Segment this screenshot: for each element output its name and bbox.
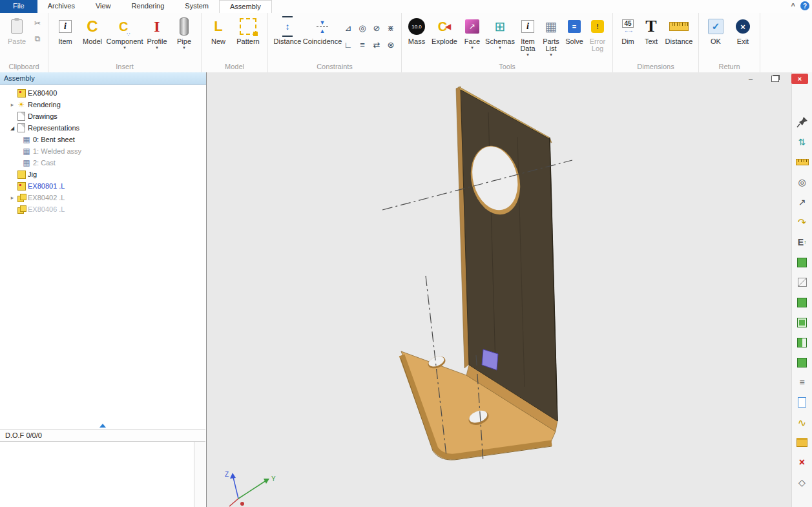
perpendicular-constraint-icon[interactable]: ∟ [341, 36, 355, 53]
tab-view[interactable]: View [85, 0, 121, 13]
profile-caret-icon[interactable]: ▾ [156, 45, 158, 50]
pipe-button[interactable]: Pipe ▾ [171, 15, 197, 50]
tab-system[interactable]: System [174, 0, 219, 13]
equal-constraint-icon[interactable]: ⇄ [370, 36, 384, 53]
ribbon-tab-bar: File Archives View Rendering System Asse… [0, 0, 812, 14]
maximize-button[interactable] [767, 74, 784, 84]
tree-item-welded-assy[interactable]: ▦ 1: Welded assy [0, 145, 206, 157]
component-button[interactable]: C∵ Component ▾ [107, 15, 143, 50]
face-icon: ↗ [465, 19, 479, 34]
drawer-icon[interactable] [795, 435, 809, 450]
tree-item-cast[interactable]: ▦ 2: Cast [0, 157, 206, 169]
tree-item-drawings[interactable]: Drawings [0, 110, 206, 122]
coincidence-button[interactable]: ▼▲ Coincidence [304, 15, 340, 45]
curve-arrow-icon[interactable]: ↷ [795, 215, 809, 229]
group-label-tools: Tools [405, 62, 609, 72]
help-icon[interactable]: ? [800, 1, 809, 10]
collapse-arrow-icon[interactable]: ◢ [8, 125, 17, 131]
expand-arrow-icon[interactable]: ▸ [8, 194, 17, 201]
schemas-caret-icon[interactable]: ▾ [499, 45, 501, 50]
parts-list-icon: ▦ [545, 19, 557, 34]
tab-assembly[interactable]: Assembly [219, 0, 272, 14]
tab-file[interactable]: File [0, 0, 37, 13]
collapse-ribbon-icon[interactable]: ^ [791, 2, 795, 10]
snap-circle-icon[interactable]: ◎ [795, 175, 809, 189]
maximize-icon [771, 76, 779, 82]
tree-item-ex80801[interactable]: EX80801 .L [0, 180, 206, 192]
tree-item-bent-sheet[interactable]: ▦ 0: Bent sheet [0, 134, 206, 145]
export-icon[interactable]: E↑ [795, 235, 809, 249]
delete-red-icon[interactable]: × [795, 455, 809, 470]
document-copy-icon[interactable] [795, 395, 809, 409]
section-view-icon[interactable] [795, 335, 809, 349]
close-button[interactable]: × [791, 74, 808, 84]
solve-button[interactable]: = Solve [563, 15, 585, 45]
item-data-caret-icon[interactable]: ▾ [526, 52, 529, 57]
bracket-model[interactable] [401, 87, 557, 460]
cut-icon[interactable]: ✂ [32, 18, 43, 28]
tree-item-representations[interactable]: ◢ Representations [0, 122, 206, 134]
new-button[interactable]: L New [205, 15, 231, 45]
face-button[interactable]: ↗ Face ▾ [461, 15, 483, 50]
shaded-cube-icon[interactable] [795, 295, 809, 309]
tree-item-ex80406[interactable]: EX80406 .L [0, 203, 206, 215]
expand-arrow-icon[interactable]: ▸ [8, 101, 17, 108]
distance-constraint-button[interactable]: ↕ Distance [272, 15, 303, 45]
draw-arrow-icon[interactable]: ↗ [795, 195, 809, 209]
error-log-button[interactable]: ! Error Log [587, 15, 609, 52]
plane-icon[interactable] [795, 255, 809, 269]
fix-constraint-icon[interactable]: ⊗ [384, 36, 398, 53]
mass-button[interactable]: 10.0 Mass [406, 15, 428, 45]
tab-archives[interactable]: Archives [37, 0, 85, 13]
profile-button[interactable]: I Profile ▾ [144, 15, 170, 50]
spline-icon[interactable]: ∿ [795, 415, 809, 429]
group-label-clipboard: Clipboard [3, 62, 45, 72]
x-axis-dot [240, 502, 244, 506]
flip-vertical-icon[interactable]: ⇅ [795, 135, 809, 149]
model-button[interactable]: C Model [79, 15, 105, 45]
distance-dimension-button[interactable]: Distance [663, 15, 694, 45]
parallel-constraint-icon[interactable]: ≡ [355, 36, 370, 53]
ok-button[interactable]: ✓ OK [703, 15, 729, 45]
angle-constraint-icon[interactable]: ⊿ [341, 19, 355, 36]
component-caret-icon[interactable]: ▾ [123, 45, 126, 50]
measure-ruler-icon[interactable] [795, 155, 809, 169]
dim-button[interactable]: 45←→ Dim [617, 15, 639, 45]
tree-item-ex80400[interactable]: EX80400 [0, 87, 206, 99]
face-caret-icon[interactable]: ▾ [471, 45, 474, 50]
symmetry-constraint-icon[interactable]: ⋇ [384, 19, 398, 36]
tangency-constraint-icon[interactable]: ⊘ [370, 19, 384, 36]
explode-button[interactable]: C◀ Explode [429, 15, 460, 45]
schemas-button[interactable]: ⊞ Schemas ▾ [484, 15, 515, 50]
copy-icon[interactable]: ⧉ [32, 34, 43, 44]
wireframe-cube-icon[interactable] [795, 275, 809, 289]
edged-cube-icon[interactable] [795, 315, 809, 329]
polygon-icon[interactable]: ◇ [795, 475, 809, 490]
concentricity-constraint-icon[interactable]: ◎ [355, 19, 370, 36]
ruler-icon [669, 22, 689, 31]
tab-rendering[interactable]: Rendering [121, 0, 175, 13]
cube-arrow-icon[interactable] [795, 355, 809, 369]
tree-item-rendering[interactable]: ▸ ☀ Rendering [0, 99, 206, 110]
ribbon: Paste ✂ ⧉ Clipboard i Item C Model C∵ Co… [0, 13, 812, 74]
item-button[interactable]: i Item [52, 15, 78, 45]
ok-check-icon: ✓ [708, 19, 724, 34]
graphics-viewport[interactable]: Z Y [207, 72, 791, 507]
parts-list-caret-icon[interactable]: ▾ [550, 52, 552, 57]
paste-button[interactable]: Paste [4, 15, 30, 45]
panel-splitter[interactable] [0, 422, 205, 429]
text-button[interactable]: T Text [640, 15, 662, 45]
pipe-caret-icon[interactable]: ▾ [183, 45, 185, 50]
tree-item-ex80402[interactable]: ▸ EX80402 .L [0, 192, 206, 203]
new-icon: L [214, 18, 222, 35]
exit-button[interactable]: × Exit [730, 15, 756, 45]
list-icon[interactable]: ≡ [795, 375, 809, 389]
minimize-button[interactable]: – [742, 74, 759, 84]
tree-item-jig[interactable]: Jig [0, 169, 206, 180]
assembly-doc-icon [17, 89, 26, 98]
panel-scrollbar[interactable] [194, 442, 205, 507]
pin-icon[interactable] [795, 115, 809, 129]
pattern-button[interactable]: Pattern [233, 15, 264, 45]
item-data-button[interactable]: i Item Data ▾ [517, 15, 539, 57]
parts-list-button[interactable]: ▦ Parts List ▾ [540, 15, 562, 57]
